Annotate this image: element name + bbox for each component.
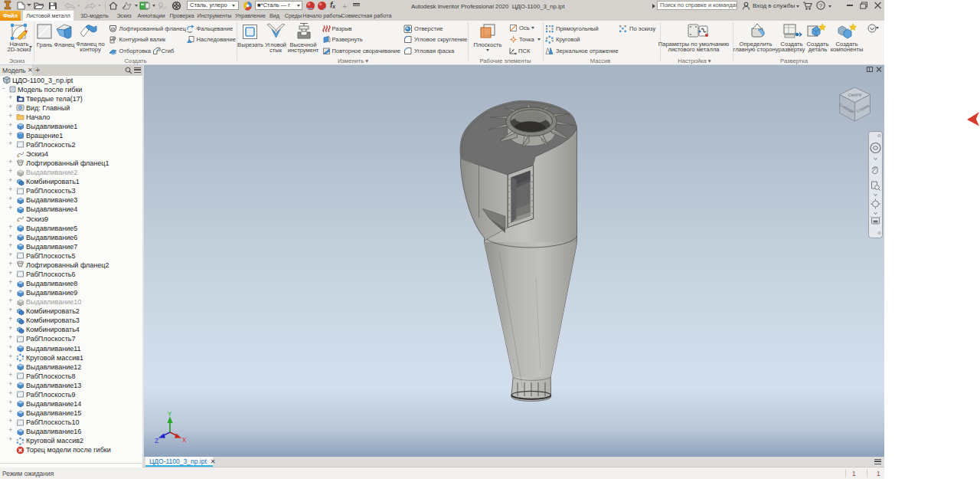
svg-text:X: X xyxy=(182,436,187,444)
svg-text:Сверху: Сверху xyxy=(848,92,862,97)
svg-text:?: ? xyxy=(819,2,823,9)
svg-text:Y: Y xyxy=(168,410,172,418)
svg-text:Z: Z xyxy=(155,437,158,445)
